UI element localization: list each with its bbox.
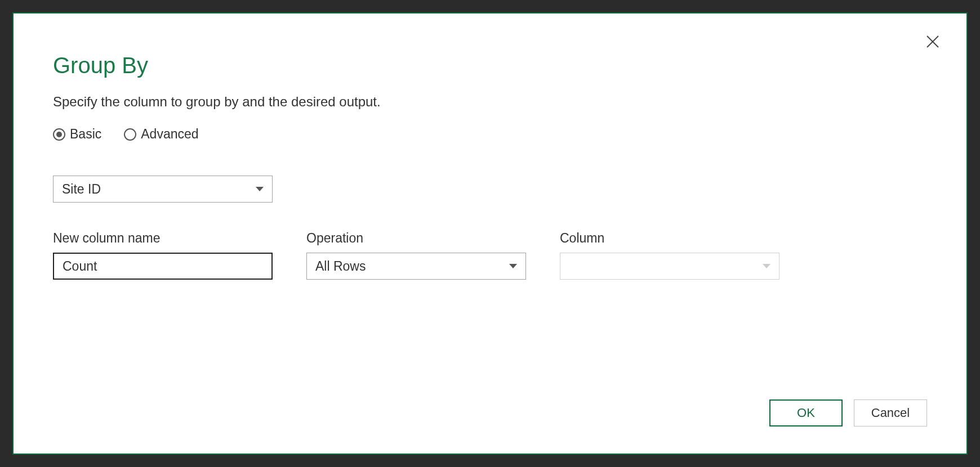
operation-field: Operation All Rows <box>306 231 526 280</box>
chevron-down-icon <box>509 264 517 268</box>
dialog-title: Group By <box>53 53 927 78</box>
column-field: Column <box>560 231 779 280</box>
group-by-column-dropdown[interactable]: Site ID <box>53 176 273 203</box>
operation-label: Operation <box>306 231 526 246</box>
new-column-name-field: New column name <box>53 231 273 280</box>
radio-basic-label: Basic <box>70 127 101 142</box>
group-by-column-value: Site ID <box>62 182 256 197</box>
operation-dropdown[interactable]: All Rows <box>306 253 526 280</box>
dialog-subtitle: Specify the column to group by and the d… <box>53 94 927 110</box>
ok-button-label: OK <box>797 406 815 420</box>
chevron-down-icon <box>256 187 264 191</box>
radio-advanced[interactable]: Advanced <box>124 127 198 142</box>
fields-row: New column name Operation All Rows Colum… <box>53 231 927 280</box>
cancel-button-label: Cancel <box>871 406 910 420</box>
dialog-buttons: OK Cancel <box>769 399 927 426</box>
radio-basic-indicator <box>53 128 65 141</box>
operation-value: All Rows <box>315 259 509 274</box>
close-button[interactable] <box>921 30 944 53</box>
cancel-button[interactable]: Cancel <box>854 399 927 426</box>
column-label: Column <box>560 231 779 246</box>
mode-radio-group: Basic Advanced <box>53 127 927 142</box>
group-by-dialog: Group By Specify the column to group by … <box>12 12 968 455</box>
new-column-name-input[interactable] <box>53 253 273 280</box>
new-column-name-label: New column name <box>53 231 273 246</box>
column-dropdown <box>560 253 779 280</box>
radio-advanced-indicator <box>124 128 136 141</box>
radio-advanced-label: Advanced <box>141 127 198 142</box>
chevron-down-icon <box>763 264 770 268</box>
close-icon <box>924 33 941 50</box>
ok-button[interactable]: OK <box>769 399 843 426</box>
radio-basic[interactable]: Basic <box>53 127 101 142</box>
